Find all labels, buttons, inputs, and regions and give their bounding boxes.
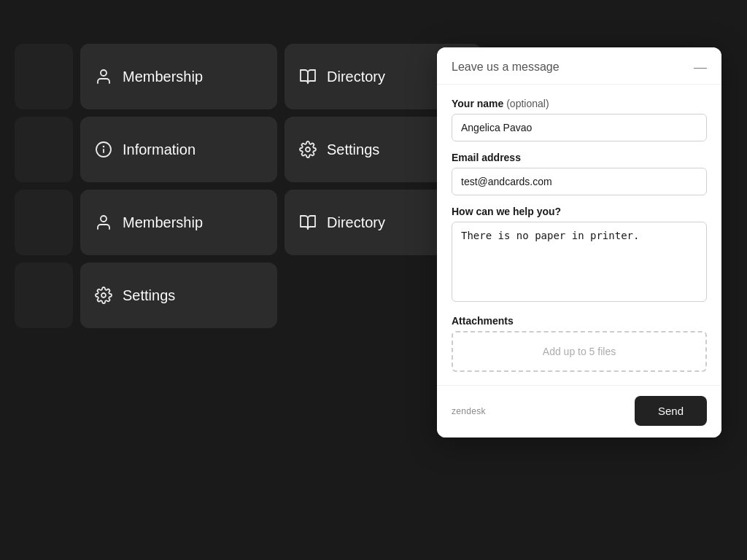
small-tile-r1 [15, 44, 73, 109]
tile-directory-1-label: Directory [327, 69, 385, 85]
small-tile-r3 [15, 190, 73, 255]
tile-information-1[interactable]: Information [80, 117, 277, 182]
zendesk-label: zendesk [452, 406, 486, 416]
tile-membership-1[interactable]: Membership [80, 44, 277, 109]
book-icon-2 [299, 214, 317, 231]
attachments-group: Attachments Add up to 5 files [452, 315, 707, 372]
tile-information-label: Information [123, 141, 196, 158]
email-field-group: Email address [452, 152, 707, 195]
info-icon [95, 141, 112, 158]
tile-membership-1-label: Membership [123, 69, 203, 85]
small-tile-r4 [15, 262, 73, 328]
panel-body: Your name (optional) Email address How c… [437, 85, 721, 385]
svg-point-5 [101, 216, 107, 222]
gear-icon-1 [299, 141, 317, 158]
name-field-group: Your name (optional) [452, 98, 707, 141]
name-optional: (optional) [506, 98, 549, 109]
panel-header: Leave us a message — [437, 47, 721, 85]
email-input[interactable] [452, 168, 707, 195]
book-icon-1 [299, 68, 317, 85]
minimize-button[interactable]: — [694, 61, 707, 74]
svg-point-4 [306, 147, 310, 152]
attachments-label: Attachments [452, 315, 707, 327]
small-tile-r2 [15, 117, 73, 182]
background-grid: Membership Directory Information [0, 0, 423, 560]
send-button[interactable]: Send [635, 396, 707, 426]
tile-membership-2-label: Membership [123, 214, 203, 231]
svg-point-0 [101, 70, 107, 76]
tile-settings-2[interactable]: Settings [80, 262, 277, 328]
person-icon [95, 68, 112, 85]
name-label: Your name (optional) [452, 98, 707, 109]
gear-icon-2 [95, 287, 112, 304]
tile-settings-1-label: Settings [327, 141, 379, 158]
name-input[interactable] [452, 114, 707, 141]
svg-point-6 [101, 293, 106, 298]
panel-footer: zendesk Send [437, 385, 721, 438]
panel-title: Leave us a message [452, 61, 560, 74]
tile-settings-2-label: Settings [123, 287, 175, 304]
help-textarea[interactable]: There is no paper in printer. [452, 222, 707, 302]
person-icon-2 [95, 214, 112, 231]
message-panel: Leave us a message — Your name (optional… [437, 47, 721, 438]
attachments-placeholder: Add up to 5 files [543, 346, 616, 357]
email-label: Email address [452, 152, 707, 163]
help-field-group: How can we help you? There is no paper i… [452, 206, 707, 305]
tile-directory-2-label: Directory [327, 214, 385, 231]
attachments-dropzone[interactable]: Add up to 5 files [452, 331, 707, 372]
help-label: How can we help you? [452, 206, 707, 217]
tile-membership-2[interactable]: Membership [80, 190, 277, 255]
